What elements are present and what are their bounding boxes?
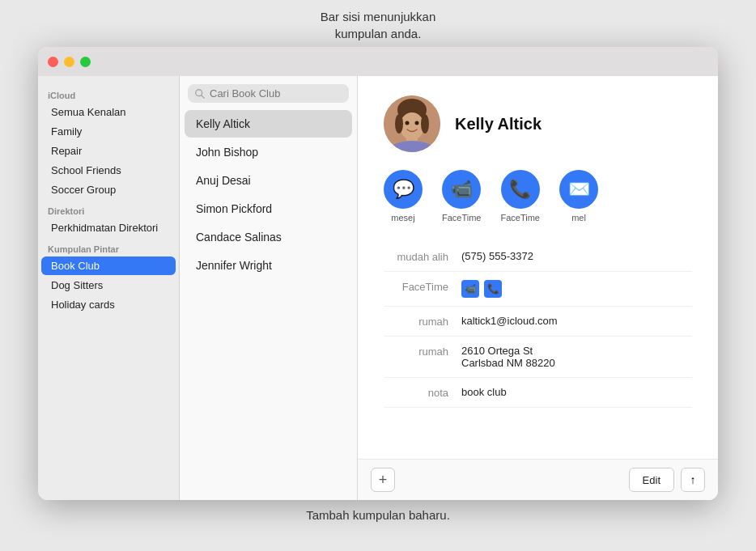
main-window: iCloudSemua KenalanFamilyRepairSchool Fr… [38,47,718,500]
close-button[interactable] [48,57,58,67]
sidebar-item-perkhidmatan-direktori[interactable]: Perkhidmatan Direktori [41,218,176,237]
sidebar-item-repair[interactable]: Repair [41,142,176,160]
facetime-audio-icon: 📞 [501,170,540,209]
svg-point-5 [400,112,424,140]
info-label-rumah: rumah [384,345,448,358]
contact-header: Kelly Altick [384,95,692,152]
sidebar-section-kumpulan-pintar: Kumpulan Pintar [38,238,179,256]
info-value-mudah-alih: (575) 555-3372 [461,250,692,262]
facetime-audio-label: FaceTime [501,213,541,223]
search-icon [194,88,206,100]
avatar [384,95,440,152]
annotation-top: Bar sisi menunjukkan kumpulan anda. [95,8,661,42]
action-buttons: 💬mesej📹FaceTime📞FaceTime✉️mel [384,170,692,223]
mail-label: mel [571,213,586,223]
contact-item-kelly-altick[interactable]: Kelly Altick [185,110,352,138]
action-button-message[interactable]: 💬mesej [384,170,423,223]
search-input[interactable] [210,87,342,100]
contact-item-jennifer-wright[interactable]: Jennifer Wright [185,252,352,279]
search-input-wrap [188,84,349,103]
traffic-lights [48,57,91,67]
sidebar-item-school-friends[interactable]: School Friends [41,161,176,180]
sidebar-item-family[interactable]: Family [41,122,176,141]
contact-item-john-bishop[interactable]: John Bishop [185,138,352,166]
message-icon: 💬 [384,170,423,209]
edit-button[interactable]: Edit [629,468,674,492]
info-row-rumah: rumah2610 Ortega St Carlsbad NM 88220 [384,337,692,378]
info-row-nota: notabook club [384,378,692,408]
info-row-FaceTime: FaceTime📹📞 [384,272,692,307]
info-label-nota: nota [384,386,448,399]
sidebar-item-book-club[interactable]: Book Club [41,256,176,275]
facetime-video-icon: 📹 [442,170,481,209]
main-area: iCloudSemua KenalanFamilyRepairSchool Fr… [38,76,718,500]
contact-name: Kelly Altick [455,115,542,134]
detail-panel: Kelly Altick 💬mesej📹FaceTime📞FaceTime✉️m… [358,76,718,500]
svg-point-7 [421,114,429,134]
sidebar-section-direktori: Direktori [38,200,179,218]
action-button-facetime-audio[interactable]: 📞FaceTime [501,170,541,223]
facetime-video-label: FaceTime [442,213,482,223]
info-value-rumah: 2610 Ortega St Carlsbad NM 88220 [461,345,692,369]
footer-right: Edit ↑ [629,468,705,492]
info-label-rumah: rumah [384,315,448,328]
action-button-facetime-video[interactable]: 📹FaceTime [442,170,482,223]
sidebar-item-soccer-group[interactable]: Soccer Group [41,180,176,199]
sidebar-item-semua-kenalan[interactable]: Semua Kenalan [41,103,176,121]
facetime-video-icon[interactable]: 📹 [461,280,479,298]
info-value-FaceTime: 📹📞 [461,280,692,298]
facetime-phone-icon[interactable]: 📞 [484,280,502,298]
detail-footer: + Edit ↑ [358,459,718,500]
share-button[interactable]: ↑ [681,468,705,492]
svg-point-9 [415,121,419,125]
action-button-mail[interactable]: ✉️mel [559,170,598,223]
info-label-mudah-alih: mudah alih [384,250,448,263]
minimize-button[interactable] [64,57,74,67]
contact-item-candace-salinas[interactable]: Candace Salinas [185,223,352,251]
contacts-list: Kelly AltickJohn BishopAnuj DesaiSimon P… [180,109,357,500]
sidebar-item-holiday-cards[interactable]: Holiday cards [41,295,176,314]
contact-item-anuj-desai[interactable]: Anuj Desai [185,167,352,194]
mail-icon: ✉️ [559,170,598,209]
annotation-bottom: Tambah kumpulan baharu. [95,506,661,523]
contacts-panel: Kelly AltickJohn BishopAnuj DesaiSimon P… [180,76,358,500]
add-contact-button[interactable]: + [371,468,395,492]
search-bar [180,76,357,109]
message-label: mesej [391,213,414,223]
svg-line-1 [202,95,205,98]
sidebar-item-dog-sitters[interactable]: Dog Sitters [41,276,176,295]
svg-point-6 [395,114,403,134]
sidebar: iCloudSemua KenalanFamilyRepairSchool Fr… [38,76,180,500]
info-row-rumah: rumahkaltick1@icloud.com [384,307,692,337]
svg-point-8 [406,121,410,125]
title-bar [38,47,718,76]
maximize-button[interactable] [80,57,91,67]
info-value-nota: book club [461,386,692,398]
avatar-image [384,95,440,152]
contact-item-simon-pickford[interactable]: Simon Pickford [185,195,352,223]
info-label-FaceTime: FaceTime [384,280,448,293]
sidebar-section-icloud: iCloud [38,84,179,102]
detail-content: Kelly Altick 💬mesej📹FaceTime📞FaceTime✉️m… [358,76,718,459]
info-value-rumah: kaltick1@icloud.com [461,315,692,327]
info-row-mudah-alih: mudah alih(575) 555-3372 [384,242,692,272]
info-rows: mudah alih(575) 555-3372FaceTime📹📞rumahk… [384,242,692,408]
